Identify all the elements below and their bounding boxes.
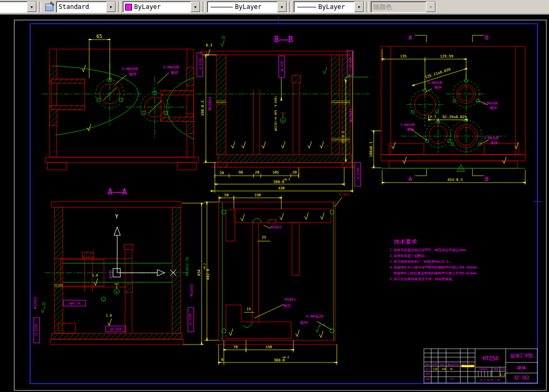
dim-label: 70 [233,345,238,349]
lineweight-combo-value: ByLayer [316,3,354,11]
tolerance-frame-text: ∠0.025M [188,313,192,326]
dim-label: 129.99 [440,54,453,59]
section-label-bb: B——B [274,35,293,44]
style-combo-value: Standard [56,3,106,11]
thread-callout: M16X2 [270,225,281,230]
titleblock-entry: 05 [450,368,453,370]
dim-label: 90 [239,170,243,175]
titleblock-field: 工艺 [450,378,454,380]
toolbar-separator [366,2,368,12]
datum-label: C [102,298,104,301]
tolerance-frame-text: ∥0.02B [280,61,284,72]
tolerance-frame-text: ∠0.025M [356,168,359,180]
thread-callout: 配作 [490,106,498,110]
titleblock-part-name: 箱体 [517,365,527,370]
toolbar-separator [39,2,41,12]
titleblock-org: 盐城工学院 [510,353,533,358]
dim-label: 368-0 [273,358,285,362]
section-label-aa: A——A [108,187,127,197]
section-marker: A [409,34,412,41]
dim-tol: +0.2 [203,263,206,270]
color-combo[interactable]: ByLayer ▼ [122,1,201,13]
dim-label: 15 [247,307,251,311]
dim-label: 92.29±0.025 [442,115,467,119]
thread-callout: 3-M6均布 [400,123,415,127]
thread-callout: M120X2 [33,297,37,309]
tech-req-title: 技术要求 [394,238,417,245]
thread-callout: M120X2-7H [185,257,190,275]
tech-req-line: 2.箱体和箱盖一起配钻； [390,254,428,258]
layer-combo-partial[interactable]: ▼ [0,1,37,13]
drawing-canvas[interactable]: 653-M6均布配作3-M6均布配作B——B6.320902010520+0.5… [0,15,549,392]
bore-callout: φ62J6(+0.005 -0.008) [274,96,278,131]
titleblock-field: 阶段标记 [479,368,488,371]
section-marker: B [485,176,489,183]
titleblock-scale: 1:2 [499,372,506,377]
thread-callout: 配作 [491,141,499,145]
object-properties-toolbar: ▼ ✎ Standard ▼ ByLayer ▼ ByLayer ▼ ByLay… [0,0,549,15]
color-combo-value: ByLayer [132,3,191,11]
dim-label: 100±0.1 [369,141,373,157]
bore-callout: φ62J6 [109,270,112,279]
titleblock-field: 设计 [425,368,430,370]
titleblock-field: 分区 [440,363,444,366]
lineweight-sample-icon [297,7,316,7]
tolerance-frame-text: ∠0.05M [349,57,352,68]
tech-req-line: 1.箱体与箱盖合箱后应平齐，相互错位不超过2mm； [390,248,469,252]
thread-callout: 3-M6均布 [428,81,443,85]
thread-callout: 3-M6均布 [163,65,180,70]
titleblock-field: 年月日 [468,363,475,366]
tolerance-frame-text: ∠0.025B [34,324,37,337]
tolerance-frame-text: ◎φ0.1A [69,301,80,305]
thread-callout: 配作 [435,85,442,90]
dim-label: 150 [254,193,261,197]
casting-flag: 2 [460,167,462,171]
titleblock-field: 审核 [425,378,430,380]
chevron-down-icon[interactable]: ▼ [106,2,116,12]
roughness-value: 2.5 [319,323,325,327]
thread-callout: 配作 [283,304,291,308]
text-style-icon[interactable]: ✎ [44,2,55,12]
dim-label: 20 [292,170,297,175]
roughness-value: 6.3 [206,43,213,47]
plotstyle-combo: 随颜色 ▼ [371,1,436,13]
ucs-y-label: Y [115,214,118,219]
dim-label: 25 [262,235,266,240]
color-swatch [125,4,132,11]
dim-label: 20 [255,170,259,175]
thread-callout: M120X2 [190,284,194,297]
thread-callout: 3-M6均布 [484,136,499,140]
titleblock-field: 重量 [494,368,498,370]
chevron-down-icon[interactable]: ▼ [191,2,200,12]
linetype-combo-value: ByLayer [233,3,277,11]
dim-label: 6 [221,358,223,362]
dim-65: 65 [97,34,102,39]
dim-label: 454 [197,270,201,276]
chevron-down-icon[interactable]: ▼ [354,2,364,12]
thread-callout: M16X1 [285,298,296,302]
section-marker: B [485,34,489,41]
dim-label: 17.7 [428,115,437,119]
chevron-down-icon[interactable]: ▼ [277,2,287,12]
titleblock-field: 校核 [425,372,430,375]
linetype-combo[interactable]: ByLayer ▼ [207,1,287,13]
thread-callout: 配作 [408,128,415,132]
chevron-down-icon[interactable]: ▼ [27,2,36,12]
dim-label: 380-0 [273,180,284,184]
titleblock-entry: 036 [442,368,446,370]
cad-drawing[interactable]: 653-M6均布配作3-M6均布配作B——B6.320902010520+0.5… [0,15,549,392]
titleblock-material: HT250 [482,356,498,361]
dim-label: 105 [272,170,279,175]
titleblock-field: 处数 [432,363,437,366]
view-section-bb [196,36,370,193]
view-front [42,40,198,170]
thread-callout: M120X2 [208,97,212,110]
toolbar-separator [289,2,291,12]
titleblock-field: 标记 [425,363,430,366]
thread-callout: 配作 [129,72,137,77]
datum-label: A [282,119,284,122]
lineweight-combo[interactable]: ByLayer ▼ [294,1,364,13]
style-combo[interactable]: Standard ▼ [56,1,116,13]
titleblock-entry: 王成 [433,367,438,370]
thread-callout: 4-M6深20 [306,314,323,319]
